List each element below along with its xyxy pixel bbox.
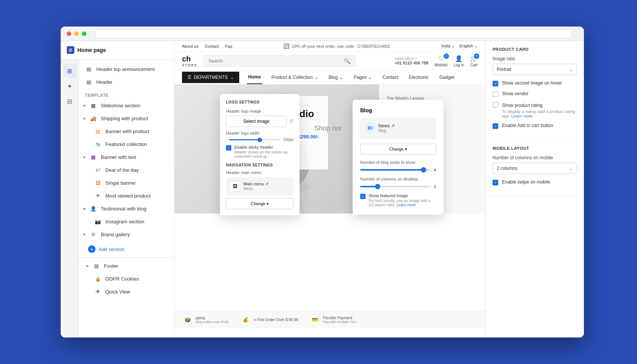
sidebar-item-gdpr[interactable]: 🔒 GDPR Cookies [79,272,174,285]
maximize-dot[interactable] [82,31,86,36]
sidebar-item-brand[interactable]: ▶ ⚙ Brand gallery 👁 ⠿ [79,228,174,241]
right-panel: PRODUCT CARD Image ratio Portrait Square… [485,41,584,337]
show-second-image-checkbox[interactable] [493,81,498,86]
language-select[interactable]: English ⌄ [460,44,478,49]
brand-visibility-icon[interactable]: 👁 [158,232,163,237]
sidebar-item-footer[interactable]: ▶ ▤ Footer [79,259,174,272]
url-bar[interactable] [96,29,572,38]
wishlist-button[interactable]: ♡ Wishlist 0 [435,55,447,67]
singal-icon: 🖼 [94,179,102,187]
close-dot[interactable] [67,31,71,36]
nav-gadget[interactable]: Gadget [438,71,456,84]
country-select[interactable]: India ⌄ [441,44,455,49]
columns-slider-row: 2 [360,184,436,189]
rating-learn-more-link[interactable]: Learn more [511,114,532,118]
enable-add-to-cart-checkbox[interactable] [493,123,498,129]
testimonial-expand[interactable]: ▶ [82,206,87,211]
sticky-header-checkbox-row: Enable sticky header Header shows on the… [226,145,293,158]
sidebar-item-singal[interactable]: 🖼 Singal banner [79,176,174,189]
nav-contact[interactable]: Contact [381,71,400,84]
sidebar-title: Home page [77,47,106,53]
sidebar-icons-column: ⊞ ✦ ⊟ [61,60,79,337]
slider-thumb[interactable] [257,138,262,142]
cart-badge: 0 [474,53,479,59]
shipping-item-2: 💰 n First Order Over $ 99.99 [240,314,298,325]
add-section-button[interactable]: + Add section [82,242,171,256]
sticky-header-checkbox[interactable] [226,145,231,151]
sidebar-item-banner-product[interactable]: ▨ Banner with product [79,125,174,138]
user-icon: 👤 [455,55,463,62]
shipping-icon-1: 📦 [182,314,193,325]
enable-swipe-checkbox[interactable] [493,180,498,185]
left-sidebar: Home page ⊞ ✦ ⊟ ▤ Header top announ [61,41,174,337]
sidebar-item-header-announcement[interactable]: ▤ Header top announcement [79,63,174,75]
nav-home[interactable]: Home [247,71,262,84]
about-link[interactable]: About us [182,44,198,49]
sidebar-item-header[interactable]: ▤ Header [79,75,174,88]
announcement-links: About us Contact Faq [182,44,232,49]
header-icon: ▤ [85,78,93,86]
shipping-expand[interactable]: ▶ [82,116,87,121]
mobile-columns-select[interactable]: 1 column 2 columns [493,163,577,174]
sidebar-item-testimonial[interactable]: ▶ 👤 Testimonial with blog [79,202,174,215]
slideshow-expand[interactable]: ▶ [82,103,87,108]
brand-drag-icon[interactable]: ⠿ [164,232,168,237]
sidebar-item-slideshow[interactable]: ▶ ▦ Slideshow section [79,99,174,112]
select-image-button[interactable]: Select image [226,116,287,127]
sidebar-icon-layout[interactable]: ⊞ [63,64,77,78]
blog-source-icon: Bi [365,122,375,133]
footer-expand[interactable]: ▶ [85,263,90,268]
search-input[interactable] [209,58,341,64]
shipping-item-3: 💳 Flexible Payment Pay with Multiple Cre… [309,314,358,325]
featured-icon: 🛍 [94,140,102,148]
footer-icon: ▤ [93,262,100,270]
mobile-columns-wrapper: 1 column 2 columns [493,163,577,174]
locale-options: India ⌄ English ⌄ [441,44,478,49]
nav-products[interactable]: Product & Collection ⌄ [270,71,320,84]
show-second-image-row: Show second image on hover [493,80,577,86]
show-product-rating-checkbox[interactable] [493,102,498,108]
slideshow-icon: ▦ [89,102,97,109]
editor-layout: Home page ⊞ ✦ ⊟ ▤ Header top announ [61,41,584,337]
banner-product-icon: ▨ [94,127,102,135]
sidebar-item-deal[interactable]: 🏷 Deal of the day [79,163,174,176]
logo-width-slider[interactable] [229,139,280,140]
testimonial-icon: 👤 [89,205,97,212]
logo-settings-panel: LOGO SETTINGS Header logo image Select i… [220,94,300,215]
login-button[interactable]: 👤 Log In [453,55,464,67]
sidebar-item-featured[interactable]: 🛍 Featured collection [79,138,174,151]
nav-electronic[interactable]: Electronic [407,71,430,84]
blog-posts-slider[interactable] [360,169,431,171]
change-menu-button[interactable]: Change ▾ [226,198,293,209]
learn-more-link[interactable]: Learn more [397,203,416,207]
departments-button[interactable]: ☰ DEPARTMENTS ⌄ [182,72,239,83]
site-nav: ☰ DEPARTMENTS ⌄ Home Product & Collectio… [174,71,485,85]
faq-link[interactable]: Faq [225,44,232,49]
sidebar-item-instagram[interactable]: 📷 Instagram section [79,215,174,228]
show-vendor-checkbox[interactable] [493,91,498,97]
cart-button[interactable]: 🛒 Cart 0 [470,55,478,67]
columns-slider[interactable] [360,186,431,187]
nav-pages[interactable]: Pages ⌄ [352,71,373,84]
brand-expand[interactable]: ▶ [82,232,87,237]
nav-link-icon: 🖼 [230,181,240,191]
sidebar-item-shipping[interactable]: ▶ 🚚 Shipping with product [79,112,174,125]
banner-text-expand[interactable]: ▶ [82,154,87,160]
promo-text: 🔄 10% off your next order, use code : CY… [283,43,390,49]
search-icon: 🔍 [344,58,350,64]
sidebar-item-quick-view[interactable]: 👁 Quick View [79,285,174,298]
change-blog-button[interactable]: Change ▾ [360,144,436,155]
browser-topbar [61,27,584,41]
sidebar-item-banner-text[interactable]: ▶ ▩ Banner with text [79,151,174,163]
search-bar[interactable]: 🔍 [204,55,355,67]
contact-link[interactable]: Contact [204,44,219,49]
banner-text-icon: ▩ [89,153,97,161]
heart-icon: ♡ [438,55,444,62]
image-ratio-select[interactable]: Portrait Square Landscape [493,64,577,75]
featured-image-checkbox[interactable] [360,194,366,199]
sidebar-icon-theme[interactable]: ✦ [63,79,77,93]
minimize-dot[interactable] [74,31,79,36]
sidebar-item-most-viewed[interactable]: 👁 Most viewed product [79,189,174,202]
sidebar-icon-apps[interactable]: ⊟ [63,94,77,108]
nav-blog[interactable]: Blog ⌄ [327,71,345,84]
